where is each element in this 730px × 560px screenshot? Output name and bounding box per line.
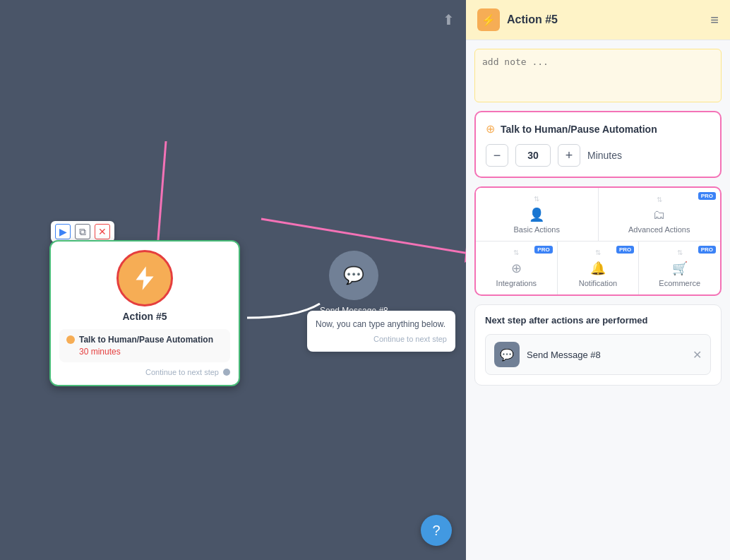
next-step-item-label: Send Message #8: [527, 350, 686, 360]
next-step-close-button[interactable]: ✕: [693, 348, 702, 362]
basic-actions-label: Basic Actions: [514, 225, 560, 234]
action-tabs: ⇅ 👤 Basic Actions PRO ⇅ 🗂 Advanced Actio…: [474, 186, 722, 296]
note-textarea[interactable]: [482, 56, 714, 92]
advanced-pro-badge: PRO: [698, 192, 716, 200]
send-message-node[interactable]: 💬 Send Message #8: [320, 251, 388, 316]
talk-section: ⊕ Talk to Human/Pause Automation − + Min…: [474, 111, 722, 178]
next-step-section: Next step after actions are performed 💬 …: [474, 304, 722, 386]
talk-section-header: ⊕ Talk to Human/Pause Automation: [486, 122, 710, 136]
notification-pro-badge: PRO: [616, 246, 634, 254]
tab-arrows-integrations: ⇅: [513, 249, 519, 256]
svg-line-2: [261, 219, 466, 254]
action-node-icon-wrapper: [116, 250, 173, 306]
integrations-label: Integrations: [496, 279, 537, 287]
delete-button[interactable]: ✕: [95, 224, 110, 239]
message-bubble: Now, you can type anything below. Contin…: [307, 311, 455, 352]
right-panel: ⚡ Action #5 ≡ ⊕ Talk to Human/Pause Auto…: [466, 0, 730, 560]
tab-advanced-actions[interactable]: PRO ⇅ 🗂 Advanced Actions: [599, 188, 721, 241]
action-node[interactable]: Action #5 Talk to Human/Pause Automation…: [49, 240, 240, 386]
ecommerce-label: Ecommerce: [659, 279, 700, 287]
panel-header-left: ⚡ Action #5: [477, 8, 558, 31]
action-tabs-row-2: PRO ⇅ ⊕ Integrations PRO ⇅ 🔔 Notificatio…: [476, 242, 720, 294]
action-node-footer: Continue to next step: [59, 368, 230, 376]
advanced-actions-label: Advanced Actions: [628, 225, 690, 234]
action-node-title: Action #5: [122, 311, 167, 322]
tab-integrations[interactable]: PRO ⇅ ⊕ Integrations: [476, 242, 558, 294]
talk-section-title: Talk to Human/Pause Automation: [501, 124, 657, 135]
integrations-pro-badge: PRO: [534, 246, 552, 254]
decrement-button[interactable]: −: [486, 144, 508, 167]
node-controls: ▶ ⧉ ✕: [51, 221, 114, 242]
minutes-label: Minutes: [587, 150, 622, 161]
tab-notification[interactable]: PRO ⇅ 🔔 Notification: [558, 242, 640, 294]
ecommerce-pro-badge: PRO: [698, 246, 716, 254]
next-step-item-icon: 💬: [494, 342, 520, 367]
tab-arrows-ecommerce: ⇅: [677, 249, 683, 256]
upload-icon[interactable]: ⬆: [443, 11, 455, 28]
play-button[interactable]: ▶: [55, 224, 71, 239]
tab-arrows-advanced: ⇅: [657, 196, 662, 203]
copy-button[interactable]: ⧉: [75, 224, 90, 239]
tab-ecommerce[interactable]: PRO ⇅ 🛒 Ecommerce: [639, 242, 720, 294]
action-dot-icon: [66, 335, 75, 344]
talk-section-controls: − + Minutes: [486, 144, 710, 167]
tab-arrows-notification: ⇅: [595, 249, 601, 256]
advanced-actions-icon: 🗂: [653, 208, 666, 222]
next-step-item: 💬 Send Message #8 ✕: [485, 334, 711, 375]
action-node-header: Action #5: [59, 250, 230, 322]
canvas-area: ⬆ ▶ ⧉ ✕ Action #5 Talk to Human/P: [0, 0, 466, 560]
message-bubble-footer: Continue to next step: [316, 335, 447, 343]
action-tabs-row-1: ⇅ 👤 Basic Actions PRO ⇅ 🗂 Advanced Actio…: [476, 188, 720, 242]
notification-label: Notification: [579, 279, 617, 287]
basic-actions-icon: 👤: [529, 207, 544, 222]
increment-button[interactable]: +: [558, 144, 580, 167]
panel-header-lightning-icon: ⚡: [477, 8, 500, 31]
panel-title: Action #5: [507, 13, 558, 26]
panel-menu-icon[interactable]: ≡: [710, 12, 719, 28]
action-node-body-label: Talk to Human/Pause Automation: [66, 335, 223, 345]
notification-icon: 🔔: [590, 261, 606, 276]
tab-arrows-basic: ⇅: [534, 195, 539, 203]
integrations-icon: ⊕: [511, 261, 522, 276]
tab-basic-actions[interactable]: ⇅ 👤 Basic Actions: [476, 188, 599, 241]
minutes-input[interactable]: [515, 144, 551, 167]
note-area: [474, 49, 722, 102]
svg-marker-3: [465, 247, 466, 263]
next-step-title: Next step after actions are performed: [485, 315, 711, 326]
message-bubble-text: Now, you can type anything below.: [316, 319, 447, 329]
footer-dot-icon: [223, 369, 230, 376]
action-node-sublabel: 30 minutes: [66, 347, 223, 357]
help-button[interactable]: ?: [421, 515, 452, 546]
talk-section-clock-icon: ⊕: [486, 122, 495, 136]
action-node-body: Talk to Human/Pause Automation 30 minute…: [59, 329, 230, 362]
panel-header: ⚡ Action #5 ≡: [466, 0, 730, 40]
ecommerce-icon: 🛒: [672, 261, 688, 276]
send-message-circle-icon: 💬: [329, 251, 378, 300]
